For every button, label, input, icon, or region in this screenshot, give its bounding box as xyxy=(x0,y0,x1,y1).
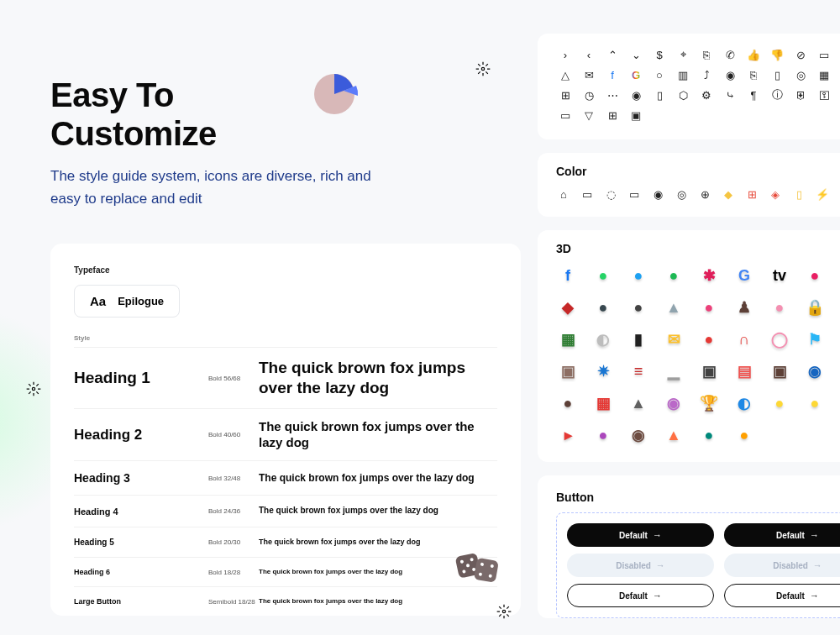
type-row: Heading 6 Bold 18/28 The quick brown fox… xyxy=(74,557,497,586)
3d-icon: ● xyxy=(556,391,580,415)
svg-point-14 xyxy=(502,610,505,612)
3d-icon: 🔒 xyxy=(803,296,827,319)
3d-icon: f xyxy=(556,264,580,287)
gift-icon: ⊞ xyxy=(556,86,575,104)
filter-icon: ▽ xyxy=(580,106,598,124)
grid-icon: ▦ xyxy=(815,66,833,84)
3d-icon: ◆ xyxy=(556,296,580,319)
thumb-down-icon: 👎 xyxy=(768,45,786,64)
style-label: Style xyxy=(74,334,497,342)
chevron-down-icon: ⌄ xyxy=(627,45,645,64)
camera-icon: ⎘ xyxy=(697,45,716,64)
diamond-icon: ◆ xyxy=(721,186,736,202)
3d-icon: ▦ xyxy=(591,391,615,415)
font-sample-aa: Aa xyxy=(90,294,106,308)
gift2-icon: ⊞ xyxy=(744,186,759,202)
3d-icon: ▲ xyxy=(662,423,685,447)
default-button[interactable]: Default→ xyxy=(567,523,714,547)
chat-icon: ◌ xyxy=(603,186,618,202)
hero-section: Easy ToCustomize The style guide system,… xyxy=(50,76,521,210)
3d-icon: ◐ xyxy=(591,328,615,351)
chevron-left-icon: ‹ xyxy=(580,45,598,64)
page-subtitle: The style guide system, icons are divers… xyxy=(50,165,386,210)
chevron-right-icon: › xyxy=(556,45,575,64)
3d-icon: ● xyxy=(662,264,685,287)
3d-icon: ● xyxy=(697,296,721,319)
heading-meta: Bold 32/48 xyxy=(208,475,259,482)
3d-section-title: 3D xyxy=(556,242,840,255)
3d-icon: ≡ xyxy=(627,359,650,383)
3d-icon: ● xyxy=(627,296,650,319)
3d-icon: ⚑ xyxy=(803,328,827,351)
pie-chart-icon xyxy=(311,67,361,118)
disabled-button: Disabled→ xyxy=(567,554,714,577)
3d-icon: ♟ xyxy=(732,296,756,319)
3d-icon: ◉ xyxy=(803,359,827,383)
3d-icon: ✱ xyxy=(697,264,721,287)
color-icons-grid: ⌂▭◌▭◉◎⊕◆⊞◈▯⚡ xyxy=(556,186,840,202)
disabled-button: Disabled→ xyxy=(724,554,840,577)
heading-meta: Bold 24/36 xyxy=(208,507,259,515)
image-icon: ▣ xyxy=(627,106,645,124)
home-icon: ⌂ xyxy=(556,186,571,202)
3d-icon: ◯ xyxy=(768,328,791,351)
3d-icon: G xyxy=(732,264,756,287)
eye-off-icon: ⊘ xyxy=(791,45,810,64)
chevron-up-icon: ⌃ xyxy=(603,45,622,64)
exit-icon: ⤴ xyxy=(697,66,716,84)
button-frame: Default→ Default→ Disabled→ Disabled→ De… xyxy=(556,512,840,618)
type-row: Heading 3 Bold 32/48 The quick brown fox… xyxy=(74,460,497,495)
heading-meta: Semibold 18/28 xyxy=(208,598,259,606)
3d-icon: ● xyxy=(697,328,721,351)
3d-icon: ▮ xyxy=(627,328,650,351)
3d-icon: ▸ xyxy=(556,423,580,447)
3d-icon: ● xyxy=(697,423,721,447)
user-icon: ◉ xyxy=(650,186,665,202)
3d-icon: ∩ xyxy=(732,328,756,351)
3d-icon: ● xyxy=(732,423,756,447)
3d-icon: ▁ xyxy=(662,359,685,383)
default-button[interactable]: Default→ xyxy=(724,523,840,547)
type-row: Heading 5 Bold 20/30 The quick brown fox… xyxy=(74,527,497,557)
phone-icon: ✆ xyxy=(721,45,739,64)
plus-circle-icon: ⊕ xyxy=(697,186,712,202)
clipboard-icon: ▯ xyxy=(768,66,786,84)
logout-icon: ⤷ xyxy=(721,86,739,104)
id-icon: ▭ xyxy=(556,106,575,124)
3d-icon: ● xyxy=(803,264,827,287)
heading-sample: The quick brown fox jumps over the lazy … xyxy=(259,358,497,398)
outline-button[interactable]: Default→ xyxy=(724,584,840,607)
heading-meta: Bold 40/60 xyxy=(208,431,259,438)
3d-icon: ◉ xyxy=(662,391,685,415)
users-icon: ◎ xyxy=(791,66,810,84)
location-icon: ⌖ xyxy=(674,45,692,64)
type-row: Heading 2 Bold 40/60 The quick brown fox… xyxy=(74,408,497,461)
tag-icon: ◈ xyxy=(768,186,783,202)
3d-icon: ● xyxy=(768,391,791,415)
3d-icon: ▣ xyxy=(768,359,791,383)
color-icons-card: Color ⌂▭◌▭◉◎⊕◆⊞◈▯⚡ xyxy=(538,153,840,217)
type-row: Heading 4 Bold 24/36 The quick brown fox… xyxy=(74,495,497,527)
type-row: Large Button Semibold 18/28 The quick br… xyxy=(74,586,497,616)
outline-button[interactable]: Default→ xyxy=(567,584,714,607)
sparkle-icon xyxy=(496,603,512,620)
apple-icon: ○ xyxy=(650,66,669,84)
button-card: Button Default→ Default→ Disabled→ Disab… xyxy=(538,475,840,618)
3d-icon: ✷ xyxy=(591,359,615,383)
3d-icon: ● xyxy=(768,296,791,319)
heading-sample: The quick brown fox jumps over the lazy … xyxy=(259,506,497,517)
3d-icon: ▣ xyxy=(697,359,721,383)
sparkle-icon xyxy=(475,60,491,77)
heading-sample: The quick brown fox jumps over the lazy … xyxy=(259,597,497,606)
outline-icons-grid: ›‹⌃⌄$⌖⎘✆👍👎⊘▭△✉fG○▥⤴◉⎘▯◎▦⊞◷⋯◉▯⬡⚙⤷¶ⓘ⛨⚿▭▽⊞▣ xyxy=(556,45,840,124)
sparkle-icon xyxy=(25,380,42,397)
button-section-title: Button xyxy=(556,491,840,504)
text-icon: ¶ xyxy=(744,86,763,104)
heading-meta: Bold 56/68 xyxy=(208,375,259,382)
font-name: Epilogue xyxy=(118,295,164,307)
3d-icon: ● xyxy=(591,423,615,447)
3d-icon: ● xyxy=(803,391,827,415)
3d-icons-grid: f●●●✱Gtv●◆●●▲●♟●🔒▦◐▮✉●∩◯⚑▣✷≡▁▣▤▣◉●▦▲◉🏆◐●… xyxy=(556,264,840,447)
heading-sample: The quick brown fox jumps over the lazy … xyxy=(259,472,497,485)
lock-icon: ⚿ xyxy=(815,86,833,104)
